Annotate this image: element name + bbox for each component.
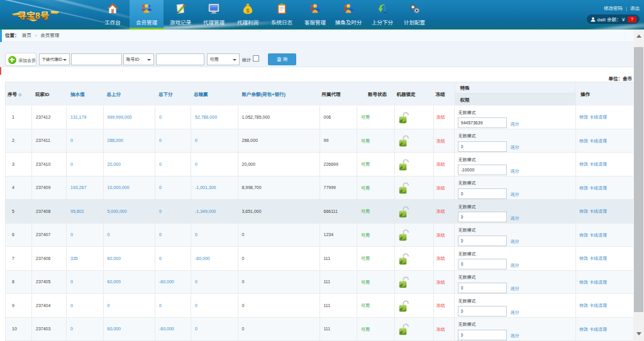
svg-text:$: $ (246, 8, 249, 14)
svg-text:寻宝8号: 寻宝8号 (18, 11, 49, 21)
